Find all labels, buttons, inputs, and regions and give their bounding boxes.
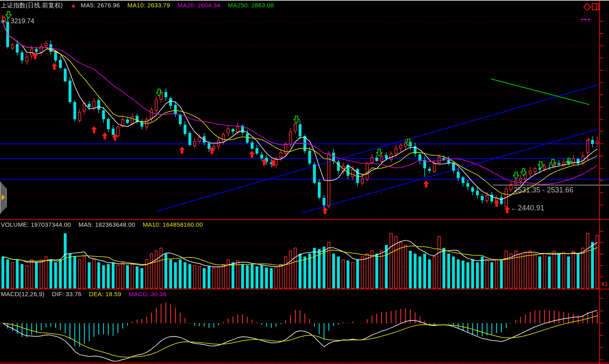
- period-high-label: 3219.74: [11, 18, 34, 25]
- chart-canvas[interactable]: [0, 0, 609, 364]
- instrument-title: 上证指数(日线.前复权): [1, 2, 63, 9]
- gap-range-label: 2531.35 - 2531.66: [514, 186, 573, 194]
- dif-value: DIF: 33.76: [52, 290, 81, 297]
- ma250-value: MA250: 2863.08: [228, 2, 274, 9]
- macd-params: MACD(12,26,9): [1, 290, 45, 297]
- volume-ma5-value: MA5: 182363648.00: [79, 221, 135, 228]
- split-window-icon[interactable]: [592, 3, 599, 10]
- volume-pane-header: VOLUME: 197037344.00 MA5: 182363648.00 M…: [1, 221, 209, 228]
- volume-value: VOLUME: 197037344.00: [1, 221, 71, 228]
- up-arrow-icon: ▲: [70, 2, 76, 9]
- window-top-edge: [0, 0, 609, 1]
- scale-x1-label[interactable]: X1: [601, 281, 608, 287]
- trading-app-window: 上证指数(日线.前复权) ▲ MA5: 2676.96 MA10: 2633.7…: [0, 0, 609, 364]
- macd-pane-header: MACD(12,26,9) DIF: 33.76 DEA: 18.59 MACD…: [1, 290, 172, 297]
- ma5-value: MA5: 2676.96: [81, 2, 120, 9]
- ma20-value: MA20: 2604.34: [178, 2, 220, 9]
- split-window-divider: [596, 4, 597, 9]
- period-low-label: ←2440.91: [510, 204, 544, 212]
- expand-right-arrow-icon: [2, 194, 5, 200]
- price-pane-header: 上证指数(日线.前复权) ▲ MA5: 2676.96 MA10: 2633.7…: [1, 2, 280, 9]
- ma10-value: MA10: 2633.79: [128, 2, 170, 9]
- more-options-dots-icon[interactable]: [581, 14, 591, 16]
- dea-value: DEA: 18.59: [89, 290, 121, 297]
- volume-ma10-value: MA10: 164858160.00: [143, 221, 203, 228]
- macd-value: MACD: 30.36: [129, 290, 166, 297]
